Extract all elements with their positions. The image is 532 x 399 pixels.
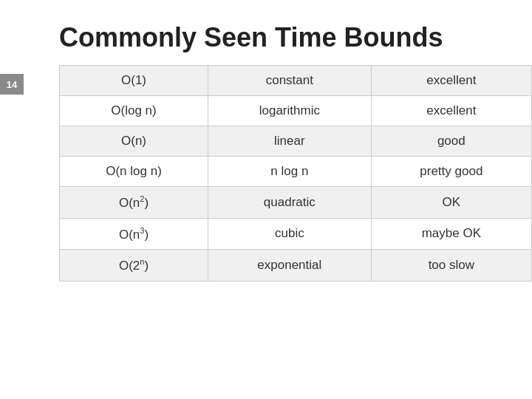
quality-cell: excellent xyxy=(371,96,531,126)
time-bounds-table: O(1)constantexcellentO(log n)logarithmic… xyxy=(59,65,532,282)
quality-cell: excellent xyxy=(371,66,531,96)
table-row: O(n2)quadraticOK xyxy=(60,187,532,219)
quality-cell: OK xyxy=(371,187,531,219)
table-row: O(1)constantexcellent xyxy=(60,66,532,96)
table-row: O(n log n)n log npretty good xyxy=(60,157,532,187)
description-cell: exponential xyxy=(208,250,372,282)
notation-cell: O(n3) xyxy=(60,218,208,250)
notation-cell: O(1) xyxy=(60,66,208,96)
quality-cell: maybe OK xyxy=(371,218,531,250)
slide: Commonly Seen Time Bounds 14 O(1)constan… xyxy=(0,0,532,399)
quality-cell: pretty good xyxy=(371,157,531,187)
description-cell: linear xyxy=(208,126,372,157)
description-cell: cubic xyxy=(208,218,372,250)
description-cell: constant xyxy=(208,66,372,96)
page-title: Commonly Seen Time Bounds xyxy=(59,22,502,53)
slide-number: 14 xyxy=(0,74,24,95)
description-cell: n log n xyxy=(208,157,372,187)
table-row: O(log n)logarithmicexcellent xyxy=(60,96,532,126)
table-row: O(n3)cubicmaybe OK xyxy=(60,218,532,250)
notation-cell: O(n) xyxy=(60,126,208,157)
table-row: O(2n)exponentialtoo slow xyxy=(60,250,532,282)
notation-cell: O(n log n) xyxy=(60,157,208,187)
notation-cell: O(2n) xyxy=(60,250,208,282)
table-container: O(1)constantexcellentO(log n)logarithmic… xyxy=(59,65,502,282)
notation-cell: O(n2) xyxy=(60,187,208,219)
description-cell: quadratic xyxy=(208,187,372,219)
table-row: O(n)lineargood xyxy=(60,126,532,157)
notation-cell: O(log n) xyxy=(60,96,208,126)
quality-cell: too slow xyxy=(371,250,531,282)
quality-cell: good xyxy=(371,126,531,157)
description-cell: logarithmic xyxy=(208,96,372,126)
